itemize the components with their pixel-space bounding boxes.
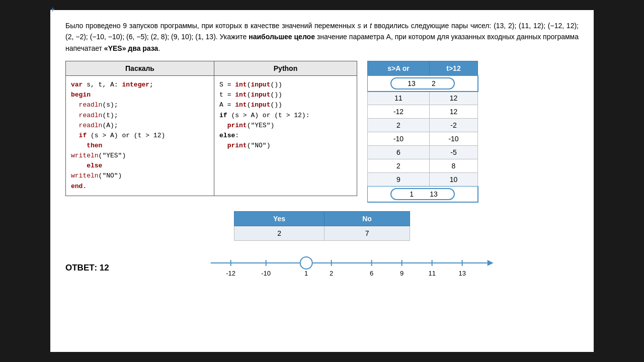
data-row-t: -5: [429, 146, 477, 159]
data-col1-header: s>A or: [368, 61, 430, 76]
no-header: No: [325, 212, 410, 226]
main-layout: Паскаль Python var s, t, A: integer; beg…: [65, 61, 579, 202]
data-row-t: 12: [429, 92, 477, 105]
table-row: 13 2: [368, 76, 478, 92]
table-row: 28: [368, 159, 478, 173]
svg-text:-12: -12: [226, 269, 235, 277]
table-row: 6-5: [368, 146, 478, 159]
data-row-t: 10: [429, 173, 477, 187]
svg-text:-10: -10: [261, 269, 271, 277]
data-row-t: -10: [429, 132, 477, 146]
table-row: 2-2: [368, 119, 478, 132]
content-area: + Было проведено 9 запусков программы, п…: [50, 10, 594, 352]
yesno-table: Yes No 2 7: [234, 211, 410, 241]
data-row-t: 12: [429, 105, 477, 119]
table-row: -1212: [368, 105, 478, 119]
data-row-s: 9: [368, 173, 430, 187]
python-header: Python: [214, 61, 357, 76]
data-row-t: -2: [429, 119, 477, 132]
answer-label: ОТВЕТ: 12: [65, 263, 109, 273]
data-row-s: 2: [368, 159, 430, 173]
no-value: 7: [325, 226, 410, 241]
table-row: 910: [368, 173, 478, 187]
data-row-s: 2: [368, 119, 430, 132]
number-line-container: -12 -10 1 2 6 9: [124, 253, 579, 283]
pascal-header: Паскаль: [66, 61, 214, 76]
intro-text: Было проведено 9 запусков программы, при…: [65, 20, 579, 54]
plus-icon: +: [50, 5, 55, 14]
svg-point-7: [300, 257, 312, 269]
data-col2-header: t>12: [429, 61, 477, 76]
data-row-s: 6: [368, 146, 430, 159]
data-table: s>A or t>12 13 2 1112-12122-2-10-106-528…: [367, 61, 478, 202]
table-row: 1112: [368, 92, 478, 105]
data-row-t: 8: [429, 159, 477, 173]
code-table-wrapper: Паскаль Python var s, t, A: integer; beg…: [65, 61, 357, 196]
data-row-s: -12: [368, 105, 430, 119]
number-line-section: ОТВЕТ: 12 -12 -10 1: [65, 253, 579, 283]
yes-header: Yes: [234, 212, 325, 226]
svg-marker-1: [487, 260, 493, 266]
code-table: Паскаль Python var s, t, A: integer; beg…: [65, 61, 357, 196]
svg-text:1: 1: [304, 269, 308, 277]
circled-row-cell: 13 2: [368, 76, 478, 92]
yesno-wrapper: Yes No 2 7: [65, 211, 579, 241]
svg-text:2: 2: [330, 269, 333, 277]
yes-value: 2: [234, 226, 325, 241]
data-row-s: -10: [368, 132, 430, 146]
pascal-code-cell: var s, t, A: integer; begin readln(s); r…: [66, 76, 214, 196]
circled-row-cell: 1 13: [368, 187, 478, 202]
number-line-svg: -12 -10 1 2 6 9: [124, 253, 579, 283]
svg-text:13: 13: [458, 269, 465, 277]
python-code-cell: S = int(input()) t = int(input()) A = in…: [214, 76, 357, 196]
table-row: -10-10: [368, 132, 478, 146]
table-row: 1 13: [368, 187, 478, 202]
svg-text:11: 11: [428, 269, 435, 277]
svg-text:9: 9: [400, 269, 404, 277]
data-table-wrapper: s>A or t>12 13 2 1112-12122-2-10-106-528…: [367, 61, 478, 202]
svg-text:6: 6: [370, 269, 373, 277]
data-row-s: 11: [368, 92, 430, 105]
